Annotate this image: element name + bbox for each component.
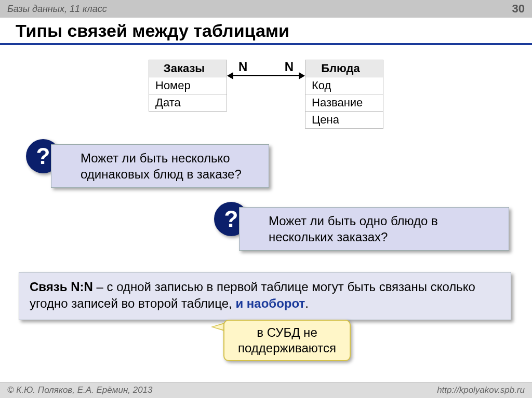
cardinality-right: N [285,60,294,74]
subject-label: Базы данных, 11 класс [7,4,107,15]
page-title: Типы связей между таблицами [16,21,516,41]
definition-accent: и наоборот [235,296,305,310]
callout-pointer-fill-icon [213,324,224,330]
question-box-1: Может ли быть несколько одинаковых блюд … [51,144,269,188]
table-dishes-field: Название [305,94,383,112]
question-1-text: Может ли быть несколько одинаковых блюд … [81,151,242,181]
copyright-text: © К.Ю. Поляков, Е.А. Ерёмин, 2013 [7,385,153,395]
callout-box: в СУБД не поддерживаются [223,320,351,361]
page-number: 30 [512,2,525,16]
question-mark: ? [224,206,238,232]
table-orders: Заказы Номер Дата [149,60,227,112]
title-row: Типы связей между таблицами [0,18,532,45]
er-diagram: Заказы Номер Дата N N Блюда Код Название… [0,60,532,129]
table-dishes: Блюда Код Название Цена [305,60,383,129]
cardinality-left: N [238,60,247,74]
question-2-text: Может ли быть одно блюдо в нескольких за… [269,214,438,244]
question-mark: ? [36,143,50,169]
definition-box: Связь N:N – с одной записью в первой таб… [19,272,511,320]
definition-dot: . [305,296,309,310]
table-orders-field: Номер [149,77,227,94]
footer-url: http://kpolyakov.spb.ru [437,385,525,395]
relation-arrow: N N [227,61,305,79]
table-dishes-field: Код [305,77,383,94]
footer-bar: © К.Ю. Поляков, Е.А. Ерёмин, 2013 http:/… [0,382,532,398]
definition-term: Связь N:N [30,280,93,294]
callout-line1: в СУБД не [238,325,336,340]
arrow-line-icon [232,75,300,76]
callout-line2: поддерживаются [238,340,336,356]
table-dishes-header: Блюда [305,60,383,77]
arrow-left-icon [227,72,233,79]
table-orders-header: Заказы [149,60,227,77]
table-orders-field: Дата [149,94,227,112]
header-bar: Базы данных, 11 класс 30 [0,0,532,18]
table-dishes-field: Цена [305,112,383,129]
question-box-2: Может ли быть одно блюдо в нескольких за… [239,207,509,251]
arrow-right-icon [299,72,305,79]
